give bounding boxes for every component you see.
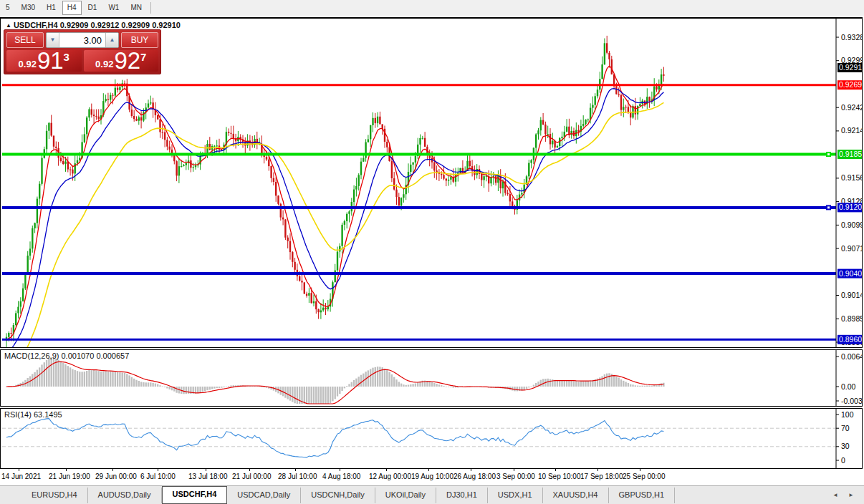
time-tick	[249, 469, 250, 471]
rsi-canvas: 10070300	[1, 409, 862, 468]
time-label: 6 Jul 10:00	[140, 472, 176, 480]
time-label: 21 Jun 19:00	[49, 472, 90, 480]
time-tick	[640, 469, 640, 471]
timeframe-button-w1[interactable]: W1	[103, 1, 124, 15]
time-tick	[158, 469, 158, 471]
rsi-indicator-label: RSI(14) 63.1495	[4, 410, 62, 419]
time-label: 14 Jun 2021	[1, 472, 41, 480]
time-label: 3 Sep 00:00	[496, 472, 535, 480]
chart-tab-usdx-h1[interactable]: USDX,H1	[488, 488, 543, 503]
time-tick	[386, 469, 387, 471]
ask-prefix: 0.92	[95, 59, 113, 69]
chart-tab-bar: EURUSD,H4AUDUSD,DailyUSDCHF,H4USDCAD,Dai…	[0, 485, 864, 504]
time-axis[interactable]: 14 Jun 202121 Jun 19:0029 Jun 00:006 Jul…	[0, 469, 863, 485]
svg-text:0: 0	[841, 456, 845, 465]
rsi-indicator-panel[interactable]: 10070300	[0, 408, 863, 469]
volume-stepper: ▼ 3.00 ▲	[46, 32, 119, 48]
chart-tab-usdchf-h4[interactable]: USDCHF,H4	[162, 486, 228, 504]
time-label: 21 Jul 00:00	[232, 472, 272, 480]
svg-text:0.91855: 0.91855	[839, 150, 862, 158]
svg-text:0.92699: 0.92699	[839, 80, 862, 89]
time-tick	[295, 469, 296, 471]
chart-tab-usdcnh-daily[interactable]: USDCNH,Daily	[301, 488, 375, 503]
svg-text:0.90140: 0.90140	[841, 291, 862, 299]
time-tick	[428, 469, 429, 471]
time-label: 25 Sep 00:00	[623, 472, 666, 480]
chart-tab-xauusd-h4[interactable]: XAUUSD,H4	[543, 488, 609, 503]
ask-price-display[interactable]: 0.92927	[84, 50, 159, 72]
svg-text:0.89602: 0.89602	[839, 335, 862, 344]
candlesticks	[6, 36, 665, 347]
time-label: 19 Aug 10:00	[411, 472, 453, 480]
chart-tab-usdcad-daily[interactable]: USDCAD,Daily	[227, 488, 301, 503]
chart-tab-audusd-daily[interactable]: AUDUSD,Daily	[88, 488, 162, 503]
time-label: 13 Jul 18:00	[188, 472, 228, 480]
timeframe-button-d1[interactable]: D1	[83, 1, 102, 15]
one-click-trading-panel: SELL ▼ 3.00 ▲ BUY 0.92913 0.92927	[4, 29, 161, 74]
macd-indicator-label: MACD(12,26,9) 0.001070 0.000657	[4, 352, 129, 360]
svg-text:0.92140: 0.92140	[841, 126, 862, 135]
chart-tab-ukoil-daily[interactable]: UKOil,Daily	[375, 488, 436, 503]
bid-price-display[interactable]: 0.92913	[6, 50, 82, 72]
volume-decrease-button[interactable]: ▼	[47, 33, 59, 47]
timeframe-button-mn[interactable]: MN	[125, 1, 147, 15]
sell-button[interactable]: SELL	[6, 32, 44, 48]
time-label: 10 Sep 10:00	[538, 472, 581, 480]
volume-input[interactable]: 3.00	[59, 33, 105, 47]
horizontal-level-lines[interactable]	[2, 85, 836, 340]
bid-big-digits: 91	[37, 50, 64, 72]
svg-text:0.90995: 0.90995	[841, 220, 862, 229]
macd-canvas: 0.0064510.00-0.00350	[1, 350, 862, 406]
timeframe-button-h4[interactable]: H4	[62, 1, 82, 15]
svg-text:0.006451: 0.006451	[841, 352, 862, 361]
bid-prefix: 0.92	[19, 59, 37, 69]
price-axis[interactable]: 0.932800.929950.924250.921400.915650.912…	[836, 19, 862, 347]
time-label: 28 Jul 10:00	[278, 472, 317, 480]
rsi-axis: 10070300	[836, 409, 854, 468]
ask-big-digits: 92	[114, 50, 140, 72]
svg-text:70: 70	[841, 424, 850, 432]
time-label: 17 Sep 18:00	[580, 472, 623, 480]
svg-text:0.91565: 0.91565	[841, 173, 862, 182]
svg-text:0.89855: 0.89855	[841, 314, 862, 323]
time-label: 29 Jun 00:00	[95, 472, 137, 480]
time-label: 4 Aug 18:00	[322, 472, 360, 480]
svg-text:0.93280: 0.93280	[841, 33, 862, 42]
timeframe-toolbar: 5M30H1H4D1W1MN	[0, 0, 864, 16]
svg-text:30: 30	[841, 442, 850, 450]
timeframe-button-h1[interactable]: H1	[42, 1, 61, 15]
time-label: 12 Aug 00:00	[369, 472, 411, 480]
toolbar-separator	[150, 2, 151, 14]
bid-pipette: 3	[64, 51, 69, 63]
svg-text:0.90405: 0.90405	[839, 269, 862, 278]
svg-text:100: 100	[841, 410, 854, 419]
timeframe-button-5[interactable]: 5	[1, 1, 15, 15]
chart-title-text: USDCHF,H4 0.92909 0.92912 0.92909 0.9291…	[14, 21, 181, 29]
svg-text:-0.00350: -0.00350	[841, 397, 862, 405]
rsi-line	[6, 419, 663, 457]
chevron-down-icon: ▼	[50, 37, 56, 43]
chart-tab-eurusd-h4[interactable]: EURUSD,H4	[21, 488, 88, 503]
tab-scroll-arrows[interactable]: ◄ ►	[832, 492, 858, 498]
ask-pipette: 7	[140, 51, 146, 63]
chart-tab-dj30-h1[interactable]: DJ30,H1	[436, 488, 488, 503]
buy-button[interactable]: BUY	[121, 32, 158, 48]
time-tick	[514, 469, 514, 471]
macd-indicator-panel[interactable]: 0.0064510.00-0.00350	[0, 349, 863, 407]
svg-text:0.92910: 0.92910	[839, 63, 862, 72]
time-tick	[340, 469, 340, 471]
chart-tab-gbpusd-h1[interactable]: GBPUSD,H1	[609, 488, 676, 503]
chevron-up-icon: ▲	[110, 37, 115, 43]
macd-axis: 0.0064510.00-0.00350	[836, 350, 862, 406]
svg-text:0.00: 0.00	[841, 382, 856, 391]
time-tick	[471, 469, 471, 471]
chart-window-title: ▲USDCHF,H4 0.92909 0.92912 0.92909 0.929…	[6, 21, 181, 29]
slow-ma-line	[6, 102, 663, 347]
trading-terminal-window: 5M30H1H4D1W1MN 0.932800.929950.924250.92…	[0, 0, 864, 504]
timeframe-button-m30[interactable]: M30	[16, 1, 40, 15]
volume-increase-button[interactable]: ▲	[105, 33, 118, 47]
collapse-arrow-icon[interactable]: ▲	[6, 22, 11, 29]
time-label: 26 Aug 18:00	[453, 472, 496, 480]
svg-text:0.90710: 0.90710	[841, 244, 862, 253]
time-tick	[112, 469, 113, 471]
